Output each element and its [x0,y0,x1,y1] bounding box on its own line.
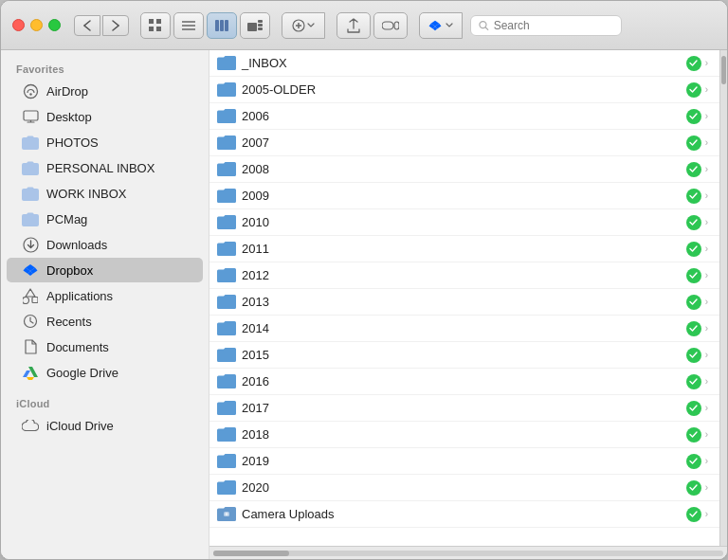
folder-icon [217,374,236,389]
table-row[interactable]: 2017 › [209,395,719,422]
share-button[interactable] [337,12,371,39]
table-row[interactable]: 2018 › [209,422,719,448]
sidebar-item-google-drive[interactable]: Google Drive [7,360,203,385]
sync-status-icon [686,215,701,230]
work-inbox-icon [22,185,39,202]
status-area: › [686,348,708,363]
sidebar-item-icloud-drive[interactable]: iCloud Drive [7,413,203,438]
search-box[interactable] [470,15,622,36]
chevron-right-icon: › [705,482,708,493]
table-row[interactable]: 2019 › [209,448,719,475]
nav-buttons [74,15,129,36]
sidebar-item-documents[interactable]: Documents [7,334,203,359]
sidebar-item-pcmag[interactable]: PCMag [7,207,203,231]
close-button[interactable] [12,19,25,31]
airdrop-label: AirDrop [46,84,88,99]
status-area: › [686,189,708,204]
table-row[interactable]: 2007 › [209,130,719,156]
sidebar-item-dropbox[interactable]: Dropbox [7,258,203,282]
file-name: 2005-OLDER [242,82,681,97]
file-name: 2006 [242,109,681,123]
svg-rect-8 [220,20,224,31]
svg-rect-27 [24,111,38,120]
dropbox-toolbar-button[interactable] [419,12,463,39]
sidebar-item-desktop[interactable]: Desktop [7,104,203,129]
sidebar-item-applications[interactable]: Applications [7,283,203,308]
tag-button[interactable] [373,12,408,39]
table-row[interactable]: 2008 › [209,156,719,183]
folder-icon [217,215,236,230]
status-area: › [686,215,708,230]
table-row[interactable]: 2012 › [209,262,719,289]
chevron-right-icon: › [705,429,708,440]
finder-window: Favorites AirDrop Desktop PHOTOS [0,0,728,560]
google-drive-label: Google Drive [46,366,118,380]
svg-rect-13 [258,27,263,30]
search-input[interactable] [494,19,613,32]
table-row[interactable]: 2015 › [209,342,719,369]
applications-icon [22,287,39,304]
table-row[interactable]: 2011 › [209,236,719,262]
file-name: 2020 [242,480,681,495]
chevron-right-icon: › [705,509,708,519]
actions-button[interactable] [282,12,325,39]
table-row[interactable]: 2020 › [209,475,719,501]
file-name: Camera Uploads [242,507,681,521]
status-area: › [686,268,708,283]
file-name: 2010 [242,215,681,229]
sync-status-icon [686,82,701,98]
pcmag-label: PCMag [46,212,87,226]
fullscreen-button[interactable] [48,19,61,31]
photos-label: PHOTOS [46,135,99,150]
table-row[interactable]: _INBOX › [209,50,719,77]
table-row[interactable]: 2005-OLDER › [209,77,719,103]
list-view-button[interactable] [173,12,204,39]
gallery-view-button[interactable] [240,12,270,39]
sidebar-item-work-inbox[interactable]: WORK INBOX [7,181,203,206]
back-button[interactable] [74,15,100,36]
recents-label: Recents [46,315,92,329]
minimize-button[interactable] [30,19,43,31]
svg-point-25 [24,84,37,98]
downloads-label: Downloads [46,238,107,252]
table-row[interactable]: 2016 › [209,369,719,395]
table-row[interactable]: Camera Uploads › [209,501,719,528]
sync-status-icon [686,348,701,363]
icon-view-button[interactable] [140,12,171,39]
google-drive-icon [22,364,39,381]
folder-icon [217,56,236,71]
table-row[interactable]: 2010 › [209,209,719,236]
sidebar-item-recents[interactable]: Recents [7,309,203,334]
table-row[interactable]: 2014 › [209,316,719,342]
forward-button[interactable] [102,15,129,36]
table-row[interactable]: 2013 › [209,289,719,316]
chevron-right-icon: › [705,323,708,334]
sidebar-item-photos[interactable]: PHOTOS [7,130,203,154]
scrollbar-thumb-h [213,551,289,556]
file-list: _INBOX › 2005-OLDER › 20 [209,50,719,546]
sync-status-icon [686,295,701,310]
personal-inbox-icon [22,159,39,176]
horizontal-scrollbar[interactable] [209,546,727,559]
column-view-button[interactable] [207,12,237,39]
share-button-group [337,12,408,39]
sync-status-icon [686,454,701,469]
table-row[interactable]: 2009 › [209,183,719,209]
status-area: › [686,427,708,443]
vertical-scrollbar[interactable] [719,50,727,546]
status-area: › [686,454,708,469]
dropbox-label: Dropbox [46,263,93,278]
svg-rect-18 [394,22,399,29]
chevron-right-icon: › [705,217,708,227]
svg-point-42 [226,513,228,515]
svg-rect-7 [215,20,219,31]
sidebar-item-personal-inbox[interactable]: PERSONAL INBOX [7,155,203,180]
folder-icon [217,480,236,496]
dropbox-icon [22,262,39,279]
chevron-right-icon: › [705,58,708,68]
table-row[interactable]: 2006 › [209,103,719,130]
status-area: › [686,109,708,124]
sidebar-item-downloads[interactable]: Downloads [7,232,203,257]
sidebar-item-airdrop[interactable]: AirDrop [7,79,203,103]
svg-marker-38 [28,367,38,377]
